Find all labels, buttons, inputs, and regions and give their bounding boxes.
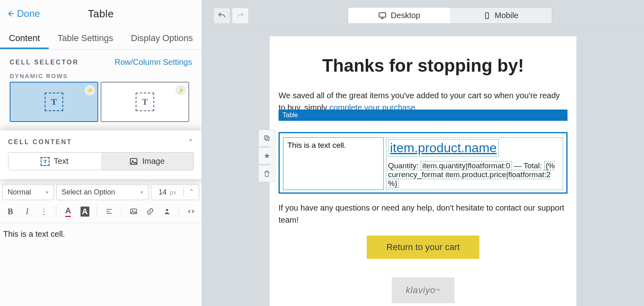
image-type-icon: [129, 157, 138, 166]
font-size-unit: px: [170, 189, 176, 196]
divider: [121, 206, 122, 217]
table-block[interactable]: Table ★ This is a text cell. item.produc…: [279, 121, 568, 194]
dynamic-rows-label: DYNAMIC ROWS: [10, 72, 192, 79]
table-cell-right[interactable]: item.product.name Quantity: item.quantit…: [386, 137, 563, 190]
seg-image-label: Image: [142, 157, 165, 166]
text-cell-glyph-icon: T: [136, 93, 154, 111]
mobile-label: Mobile: [495, 11, 518, 20]
divider: [179, 206, 179, 217]
tab-table-settings[interactable]: Table Settings: [49, 27, 122, 49]
done-button[interactable]: Done: [6, 8, 40, 19]
font-size-stepper[interactable]: 14px ⌃: [151, 184, 199, 200]
insert-link-button[interactable]: [144, 205, 157, 218]
arrow-left-icon: [6, 10, 14, 18]
svg-rect-9: [264, 136, 268, 139]
align-button[interactable]: [103, 205, 116, 218]
caret-down-icon: ▾: [140, 189, 143, 195]
sidebar-title: Table: [88, 8, 114, 20]
tab-content[interactable]: Content: [0, 27, 49, 49]
undo-button[interactable]: [213, 8, 230, 24]
return-to-cart-button[interactable]: Return to your cart: [367, 236, 479, 259]
text-type-icon: T: [41, 157, 50, 166]
text-style-select[interactable]: Select an Option▾: [56, 184, 149, 200]
duplicate-block-button[interactable]: [258, 130, 275, 147]
email-heading: Thanks for stopping by!: [279, 56, 568, 76]
preview-canvas: Desktop Mobile Thanks for stopping by! W…: [202, 0, 644, 306]
dynamic-row-card-1[interactable]: ⚡ T: [10, 82, 98, 122]
tab-display-options[interactable]: Display Options: [122, 27, 202, 49]
viewport-toggle: Desktop Mobile: [348, 7, 552, 24]
rich-text-toolbar: B I ⋮ A A: [0, 200, 202, 223]
font-size-value: 14: [159, 188, 167, 196]
delete-block-button[interactable]: [258, 165, 275, 182]
font-size-step-button[interactable]: ⌃: [184, 188, 199, 196]
seg-text-label: Text: [54, 157, 68, 166]
cell-content-section: CELL CONTENT ⌃ T Text Image: [0, 130, 202, 179]
bolt-icon: ⚡: [85, 85, 95, 95]
svg-point-4: [166, 209, 168, 211]
product-meta-line: Quantity: item.quantity|floatformat:0 — …: [388, 161, 561, 188]
sidebar-tabs: Content Table Settings Display Options: [0, 27, 202, 50]
svg-rect-5: [379, 12, 386, 17]
total-label: Total:: [524, 161, 544, 170]
seg-text-button[interactable]: T Text: [8, 153, 101, 170]
cell-selector-label: CELL SELECTOR: [10, 59, 79, 66]
insert-person-button[interactable]: [161, 205, 173, 218]
editor-sidebar: Done Table Content Table Settings Displa…: [0, 0, 202, 306]
row-column-settings-link[interactable]: Row/Column Settings: [115, 58, 192, 67]
undo-icon: [217, 11, 226, 20]
desktop-icon: [378, 11, 387, 20]
brand-logo: klaviyo™: [392, 277, 454, 303]
cell-text-editor[interactable]: This is a text cell.: [0, 223, 202, 245]
insert-image-button[interactable]: [127, 205, 140, 218]
bolt-icon: ⚡: [175, 85, 186, 95]
quantity-token: item.quantity|floatformat:0: [421, 161, 512, 170]
code-view-button[interactable]: [185, 205, 198, 218]
table-cell-left[interactable]: This is a text cell.: [283, 137, 384, 190]
help-text: If you have any questions or need any he…: [279, 202, 568, 226]
svg-rect-8: [266, 137, 269, 141]
meta-separator: —: [512, 161, 524, 170]
cell-content-label: CELL CONTENT: [8, 139, 72, 146]
trash-icon: [263, 170, 270, 177]
mobile-view-button[interactable]: Mobile: [450, 8, 552, 23]
redo-icon: [236, 11, 245, 20]
mobile-icon: [483, 11, 491, 20]
highlight-color-button[interactable]: A: [78, 205, 91, 218]
product-name-token[interactable]: item.product.name: [388, 139, 499, 157]
divider: [56, 206, 56, 217]
intro-text: We saved all of the great items you've a…: [279, 91, 560, 112]
done-label: Done: [17, 8, 40, 19]
favorite-block-button[interactable]: ★: [258, 147, 275, 164]
text-style-value: Select an Option: [62, 188, 115, 196]
cell-content-type-toggle: T Text Image: [8, 152, 194, 170]
more-text-button[interactable]: ⋮: [37, 205, 50, 218]
desktop-view-button[interactable]: Desktop: [348, 8, 450, 23]
divider: [97, 206, 97, 217]
brand-label: klaviyo: [406, 285, 436, 296]
seg-image-button[interactable]: Image: [101, 153, 194, 170]
bold-button[interactable]: B: [4, 205, 17, 218]
redo-button[interactable]: [232, 8, 249, 24]
italic-button[interactable]: I: [21, 205, 34, 218]
svg-point-7: [487, 17, 487, 18]
chevron-up-icon[interactable]: ⌃: [188, 138, 194, 147]
text-cell-glyph-icon: T: [45, 93, 63, 111]
desktop-label: Desktop: [391, 11, 420, 20]
block-format-value: Normal: [8, 188, 31, 196]
table-block-label: Table: [279, 110, 568, 121]
copy-icon: [263, 134, 270, 142]
block-side-tools: ★: [258, 130, 275, 182]
email-preview: Thanks for stopping by! We saved all of …: [270, 36, 576, 306]
quantity-label: Quantity:: [388, 161, 421, 170]
caret-down-icon: ▾: [46, 189, 49, 195]
block-format-select[interactable]: Normal▾: [2, 184, 54, 200]
dynamic-row-card-2[interactable]: ⚡ T: [101, 82, 189, 122]
text-color-button[interactable]: A: [62, 205, 74, 218]
